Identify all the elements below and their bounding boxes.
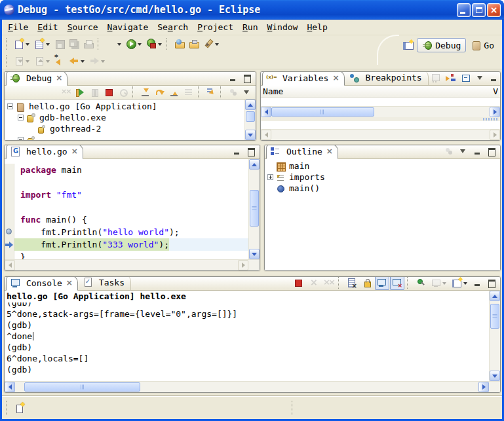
minimize-button[interactable] [488, 71, 501, 85]
tab-console[interactable]: Console× [6, 276, 78, 291]
console-vertical-scrollbar[interactable] [489, 291, 500, 381]
code-area[interactable]: package mainimport "fmt"func main() { fm… [5, 159, 248, 259]
collapse-all-button[interactable] [459, 71, 473, 85]
view-menu-button[interactable] [474, 71, 487, 85]
menu-file[interactable]: File [3, 21, 33, 33]
resume-button[interactable] [73, 85, 87, 100]
menu-search[interactable]: Search [153, 21, 193, 33]
tab-tasks[interactable]: Tasks [78, 276, 131, 290]
debug-tree-item[interactable]: gdb-hello.exe [5, 112, 244, 123]
open-folder-button[interactable] [187, 37, 201, 51]
outline-item[interactable]: main [265, 160, 500, 172]
console-horizontal-scrollbar[interactable] [5, 381, 500, 392]
clear-console-button[interactable] [345, 276, 359, 290]
scroll-left-button[interactable] [261, 107, 271, 117]
scroll-left-button[interactable] [5, 260, 15, 270]
new-wizard-button[interactable] [12, 37, 32, 51]
tree-expander-minus[interactable] [18, 115, 24, 120]
close-icon[interactable]: × [66, 278, 73, 287]
scroll-down-button[interactable] [249, 249, 260, 259]
maximize-button[interactable] [484, 276, 497, 290]
next-annotation-button[interactable] [12, 54, 32, 68]
editor-gutter[interactable] [5, 251, 14, 259]
tree-expander-plus[interactable] [267, 174, 273, 180]
close-button[interactable]: × [487, 3, 501, 17]
open-console-button[interactable] [450, 276, 470, 290]
scroll-thumb[interactable] [24, 382, 140, 392]
use-step-filters-button[interactable] [204, 85, 218, 100]
tab-hello.go[interactable]: hello.go× [6, 145, 83, 159]
debug-misc-button[interactable] [226, 85, 241, 100]
scroll-thumb[interactable] [271, 107, 374, 117]
editor-gutter[interactable] [5, 213, 14, 226]
outline-item[interactable]: main() [265, 183, 500, 194]
fast-view-button[interactable] [12, 401, 27, 415]
editor-gutter[interactable] [5, 164, 14, 176]
menu-window[interactable]: Window [262, 21, 302, 33]
back-button[interactable] [67, 54, 87, 68]
debug-tree-item[interactable]: gothread-2 [5, 123, 244, 134]
dropdown-arrow-icon[interactable] [81, 58, 85, 64]
maximize-button[interactable] [240, 71, 253, 85]
remove-launch-button[interactable] [306, 276, 320, 290]
detail-horizontal-scrollbar[interactable] [261, 129, 500, 140]
minimize-button[interactable] [471, 276, 484, 290]
editor-horizontal-scrollbar[interactable] [5, 259, 260, 270]
breakpoint-icon[interactable] [6, 229, 12, 234]
sash-grip[interactable] [483, 118, 497, 120]
scroll-thumb[interactable] [246, 111, 255, 122]
new-file-wizard-button[interactable] [32, 37, 52, 51]
open-perspective-button[interactable] [400, 38, 415, 52]
dropdown-arrow-icon[interactable] [26, 41, 30, 47]
forward-button[interactable] [87, 54, 107, 68]
show-logical-structure-button[interactable] [444, 71, 458, 85]
outline-item[interactable]: imports [265, 172, 500, 183]
tab-outline[interactable]: Outline× [266, 145, 338, 159]
tab-debug[interactable]: Debug× [6, 71, 68, 86]
maximize-button[interactable] [484, 145, 497, 158]
variables-horizontal-scrollbar[interactable] [261, 106, 500, 117]
scroll-left-button[interactable] [261, 130, 271, 140]
maximize-button[interactable] [244, 145, 257, 158]
dropdown-arrow-icon[interactable] [101, 58, 106, 64]
debug-tree-item[interactable] [5, 134, 244, 140]
tab-breakpoints[interactable]: Breakpoints [345, 71, 429, 85]
scroll-up-button[interactable] [245, 100, 256, 110]
editor-gutter[interactable] [5, 226, 14, 238]
scroll-lock-button[interactable] [360, 276, 374, 290]
tree-expander-minus[interactable] [7, 103, 13, 109]
scroll-down-button[interactable] [245, 130, 256, 140]
print-button[interactable] [81, 37, 96, 51]
scroll-down-button[interactable] [490, 371, 500, 381]
disconnect-button[interactable] [116, 85, 130, 100]
dropdown-arrow-icon[interactable] [117, 41, 122, 47]
show-type-names-button[interactable] [429, 71, 443, 85]
menu-edit[interactable]: Edit [33, 21, 62, 33]
minimize-button[interactable] [230, 145, 243, 158]
remove-all-launches-button[interactable] [321, 276, 336, 290]
menu-project[interactable]: Project [193, 21, 238, 33]
scroll-up-button[interactable] [490, 291, 500, 301]
dropdown-arrow-icon[interactable] [46, 58, 50, 64]
outline-misc-button[interactable] [442, 145, 456, 158]
menu-help[interactable]: Help [302, 21, 332, 33]
dropdown-arrow-icon[interactable] [442, 280, 447, 286]
show-stderr-button[interactable] [390, 276, 404, 290]
dropdown-arrow-icon[interactable] [215, 41, 220, 47]
dropdown-arrow-icon[interactable] [46, 41, 50, 47]
scroll-right-button[interactable] [478, 382, 489, 392]
editor-vertical-scrollbar[interactable] [248, 159, 260, 259]
step-over-button[interactable] [153, 85, 167, 100]
run-button[interactable] [124, 37, 144, 51]
editor-gutter[interactable] [5, 238, 14, 251]
menu-source[interactable]: Source [63, 21, 103, 33]
perspective-debug-button[interactable]: Debug [417, 38, 466, 52]
save-button[interactable] [52, 37, 67, 51]
dropdown-arrow-icon[interactable] [463, 280, 468, 286]
remove-all-terminated-button[interactable] [58, 85, 73, 100]
scroll-thumb[interactable] [250, 190, 259, 227]
view-menu-button[interactable] [241, 85, 254, 100]
editor-gutter[interactable] [5, 176, 14, 189]
scroll-thumb[interactable] [490, 304, 499, 329]
perspective-go-button[interactable]: Go [468, 39, 497, 52]
